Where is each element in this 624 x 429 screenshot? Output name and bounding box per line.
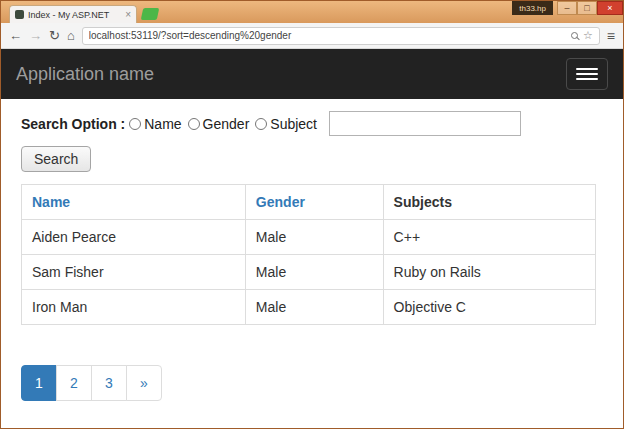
window-badge: th33.hp [512, 1, 553, 15]
page-button-1[interactable]: 1 [21, 365, 57, 401]
search-options-row: Search Option : Name Gender Subject [1, 99, 623, 136]
hamburger-bar [576, 73, 598, 75]
cell-gender: Male [245, 255, 383, 290]
subject-radio[interactable] [255, 118, 267, 130]
tab-title: Index - My ASP.NET [28, 10, 121, 20]
maximize-button[interactable]: □ [577, 1, 597, 15]
hamburger-bar [576, 78, 598, 80]
search-input[interactable] [329, 111, 521, 136]
cell-gender: Male [245, 290, 383, 325]
pagination: 1 2 3 » [21, 365, 162, 401]
subject-radio-label: Subject [270, 116, 317, 132]
gender-radio[interactable] [188, 118, 200, 130]
header-gender: Gender [245, 185, 383, 220]
app-brand: Application name [16, 64, 154, 85]
cell-name: Iron Man [22, 290, 246, 325]
name-sort-link[interactable]: Name [32, 194, 70, 210]
close-button[interactable]: × [597, 1, 623, 15]
page-button-2[interactable]: 2 [56, 365, 92, 401]
home-icon[interactable]: ⌂ [67, 29, 75, 42]
name-radio-label: Name [144, 116, 181, 132]
results-table: Name Gender Subjects Aiden Pearce Male C… [21, 184, 596, 325]
radio-item-gender: Gender [188, 116, 250, 132]
gender-radio-label: Gender [203, 116, 250, 132]
cell-gender: Male [245, 220, 383, 255]
browser-tab[interactable]: Index - My ASP.NET × [9, 5, 137, 23]
search-radio-group: Name Gender Subject [129, 116, 323, 132]
radio-item-subject: Subject [255, 116, 317, 132]
address-url[interactable]: localhost:53119/?sort=descending%20gende… [89, 30, 566, 41]
cell-subject: C++ [383, 220, 595, 255]
cell-name: Aiden Pearce [22, 220, 246, 255]
tab-close-icon[interactable]: × [125, 10, 131, 20]
address-bar[interactable]: localhost:53119/?sort=descending%20gende… [82, 27, 600, 45]
tab-favicon-icon [15, 10, 24, 19]
radio-item-name: Name [129, 116, 181, 132]
app-navbar: Application name [1, 49, 623, 99]
header-name: Name [22, 185, 246, 220]
name-radio[interactable] [129, 118, 141, 130]
table-header-row: Name Gender Subjects [22, 185, 596, 220]
forward-icon[interactable]: → [29, 29, 42, 42]
browser-toolbar: ← → ↻ ⌂ localhost:53119/?sort=descending… [1, 23, 623, 49]
bookmark-star-icon[interactable]: ☆ [583, 30, 593, 41]
page-content: Application name Search Option : Name Ge… [1, 49, 623, 429]
back-icon[interactable]: ← [9, 29, 22, 42]
page-button-3[interactable]: 3 [91, 365, 127, 401]
gender-sort-link[interactable]: Gender [256, 194, 305, 210]
refresh-icon[interactable]: ↻ [49, 29, 60, 42]
search-option-label: Search Option : [21, 116, 125, 132]
search-button[interactable]: Search [21, 146, 91, 172]
navbar-toggle-button[interactable] [566, 58, 608, 90]
hamburger-bar [576, 68, 598, 70]
browser-menu-icon[interactable]: ≡ [607, 29, 615, 43]
table-row: Iron Man Male Objective C [22, 290, 596, 325]
cell-subject: Objective C [383, 290, 595, 325]
header-subjects: Subjects [383, 185, 595, 220]
search-icon[interactable] [571, 32, 578, 39]
window-titlebar: Index - My ASP.NET × th33.hp – □ × [1, 1, 623, 23]
page-button-next[interactable]: » [126, 365, 162, 401]
browser-window: Index - My ASP.NET × th33.hp – □ × ← → ↻… [0, 0, 624, 429]
cell-subject: Ruby on Rails [383, 255, 595, 290]
new-tab-button[interactable] [141, 8, 160, 20]
cell-name: Sam Fisher [22, 255, 246, 290]
minimize-button[interactable]: – [557, 1, 577, 15]
table-row: Aiden Pearce Male C++ [22, 220, 596, 255]
table-row: Sam Fisher Male Ruby on Rails [22, 255, 596, 290]
